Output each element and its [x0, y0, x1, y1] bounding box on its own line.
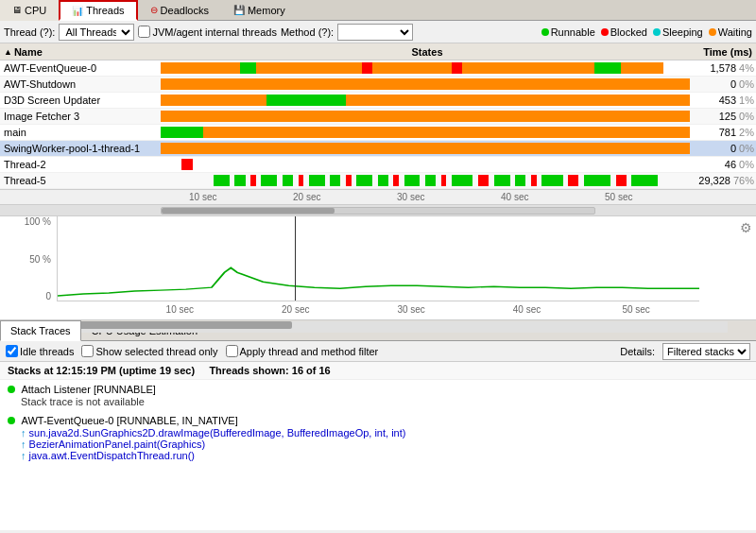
- thread-name: Image Fetcher 3: [0, 111, 161, 122]
- legend-waiting-label: Waiting: [718, 26, 752, 38]
- stack-entry: AWT-EventQueue-0 [RUNNABLE, IN_NATIVE] ↑…: [8, 415, 748, 461]
- top-tabs: 🖥 CPU 📊 Threads ⊖ Deadlocks 💾 Memory: [0, 0, 756, 21]
- legend: Runnable Blocked Sleeping Waiting: [541, 26, 752, 38]
- jvm-checkbox[interactable]: [138, 26, 150, 38]
- show-selected-checkbox[interactable]: [81, 345, 94, 357]
- header-time[interactable]: Time (ms): [690, 46, 756, 58]
- tab-stack-traces[interactable]: Stack Traces: [0, 320, 81, 341]
- horizontal-scrollbar[interactable]: [0, 205, 756, 216]
- threads-shown: Threads shown: 16 of 16: [209, 365, 330, 376]
- tick-50: 50 sec: [605, 192, 632, 202]
- stacks-time: Stacks at 12:15:19 PM (uptime 19 sec): [8, 365, 195, 376]
- y-label-0: 0: [45, 291, 51, 301]
- table-row[interactable]: Thread-2 46 0%: [0, 157, 756, 173]
- legend-blocked: Blocked: [601, 26, 647, 38]
- tab-deadlocks-label: Deadlocks: [161, 5, 209, 16]
- chart-tick-20: 20 sec: [282, 304, 309, 315]
- thread-states: [161, 141, 690, 156]
- tab-memory[interactable]: 💾 Memory: [221, 0, 298, 21]
- stack-trace-line[interactable]: ↑ BezierAnimationPanel.paint(Graphics): [8, 438, 748, 450]
- thread-states: [161, 93, 690, 108]
- legend-runnable: Runnable: [541, 26, 595, 38]
- thread-filter-select[interactable]: All Threads: [59, 24, 134, 41]
- thread-table-header: ▲ Name States Time (ms): [0, 43, 756, 60]
- thread-name: Thread-2: [0, 159, 161, 170]
- chart-tick-50: 50 sec: [622, 304, 649, 315]
- timeline-axis: 10 sec 20 sec 30 sec 40 sec 50 sec: [0, 190, 756, 205]
- stacks-content: Attach Listener [RUNNABLE] Stack trace i…: [0, 380, 756, 530]
- scroll-thumb[interactable]: [162, 208, 335, 214]
- chart-tick-10: 10 sec: [166, 304, 194, 315]
- thread-time: 0 0%: [690, 143, 756, 154]
- main-layout: 🖥 CPU 📊 Threads ⊖ Deadlocks 💾 Memory Thr…: [0, 0, 756, 533]
- chart-tick-30: 30 sec: [397, 304, 424, 315]
- tab-threads[interactable]: 📊 Threads: [59, 0, 137, 21]
- tick-40: 40 sec: [501, 192, 528, 202]
- blocked-dot: [601, 28, 609, 36]
- header-states[interactable]: States: [161, 46, 690, 58]
- thread-time: 453 1%: [690, 95, 756, 106]
- bottom-panel: Stack Traces CPU Usage Estimation Idle t…: [0, 320, 756, 533]
- jvm-checkbox-label[interactable]: JVM/agent internal threads: [138, 26, 276, 38]
- chart-x-axis: 10 sec 20 sec 30 sec 40 sec 50 sec: [57, 301, 699, 317]
- tick-30: 30 sec: [397, 192, 424, 202]
- apply-filter-checkbox[interactable]: [226, 345, 238, 357]
- runnable-indicator: [8, 386, 15, 393]
- stack-trace-line[interactable]: ↑ java.awt.EventDispatchThread.run(): [8, 450, 748, 461]
- tab-deadlocks[interactable]: ⊖ Deadlocks: [138, 0, 221, 21]
- thread-name: AWT-Shutdown: [0, 78, 161, 90]
- thread-name: D3D Screen Updater: [0, 95, 161, 106]
- filtered-stacks-select[interactable]: Filtered stacks: [662, 343, 750, 360]
- scroll-track[interactable]: [161, 207, 595, 215]
- thread-time: 46 0%: [690, 159, 756, 170]
- table-row[interactable]: AWT-Shutdown 0 0%: [0, 77, 756, 93]
- thread-label: Thread (?):: [4, 26, 55, 38]
- idle-threads-label[interactable]: Idle threads: [6, 345, 74, 357]
- sleeping-dot: [653, 28, 661, 36]
- tab-memory-label: Memory: [248, 5, 285, 16]
- thread-name: Thread-5: [0, 175, 161, 186]
- chart-inner: [57, 216, 699, 301]
- memory-icon: 💾: [233, 5, 245, 15]
- table-row[interactable]: main 781 2%: [0, 125, 756, 141]
- apply-filter-label[interactable]: Apply thread and method filter: [226, 345, 379, 357]
- thread-states: [161, 125, 690, 140]
- table-row[interactable]: Thread-5: [0, 173, 756, 189]
- method-label: Method (?):: [281, 26, 334, 38]
- tab-cpu-label: CPU: [25, 5, 46, 16]
- thread-time: 0 0%: [690, 78, 756, 90]
- table-row[interactable]: D3D Screen Updater 453 1%: [0, 93, 756, 109]
- stack-thread-name: Attach Listener [RUNNABLE]: [8, 384, 748, 395]
- details-label: Details:: [620, 346, 655, 357]
- runnable-dot: [541, 28, 549, 36]
- thread-name: SwingWorker-pool-1-thread-1: [0, 143, 161, 154]
- y-label-100: 100 %: [25, 216, 51, 227]
- stacks-info: Stacks at 12:15:19 PM (uptime 19 sec) Th…: [0, 362, 756, 380]
- legend-runnable-label: Runnable: [551, 26, 595, 38]
- toolbar: Thread (?): All Threads JVM/agent intern…: [0, 21, 756, 43]
- thread-states: [161, 173, 690, 188]
- idle-threads-checkbox[interactable]: [6, 345, 18, 357]
- thread-name: AWT-EventQueue-0: [0, 62, 161, 74]
- table-row[interactable]: Image Fetcher 3 125 0%: [0, 109, 756, 125]
- show-selected-label[interactable]: Show selected thread only: [81, 345, 217, 357]
- header-name[interactable]: ▲ Name: [0, 46, 161, 58]
- table-row[interactable]: AWT-EventQueue-0 1,578 4%: [0, 60, 756, 77]
- thread-states: [161, 157, 690, 172]
- stack-thread-name: AWT-EventQueue-0 [RUNNABLE, IN_NATIVE]: [8, 415, 748, 426]
- stack-trace-line[interactable]: ↑ sun.java2d.SunGraphics2D.drawImage(Buf…: [8, 427, 748, 438]
- legend-sleeping: Sleeping: [653, 26, 703, 38]
- tab-cpu[interactable]: 🖥 CPU: [0, 0, 59, 21]
- tick-10: 10 sec: [189, 192, 216, 202]
- runnable-indicator: [8, 417, 15, 424]
- thread-time: 1,578 4%: [690, 62, 756, 74]
- deadlocks-icon: ⊖: [150, 5, 158, 15]
- chart-y-labels: 100 % 50 % 0: [0, 216, 55, 301]
- y-label-50: 50 %: [29, 254, 51, 265]
- gear-icon[interactable]: ⚙: [740, 220, 752, 235]
- tick-20: 20 sec: [293, 192, 320, 202]
- waiting-dot: [709, 28, 716, 36]
- table-row[interactable]: SwingWorker-pool-1-thread-1 0 0%: [0, 141, 756, 157]
- chart-tick-40: 40 sec: [513, 304, 541, 315]
- method-filter-select[interactable]: [337, 24, 413, 41]
